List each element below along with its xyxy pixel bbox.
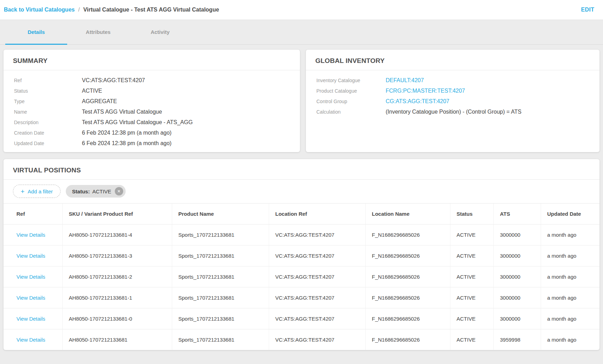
cards-row: SUMMARY Ref VC:ATS:AGG:TEST:4207 Status … xyxy=(3,50,600,152)
summary-field-name: Name Test ATS AGG Virtual Catalogue xyxy=(14,109,292,115)
global-inventory-title: GLOBAL INVENTORY xyxy=(306,50,600,70)
status-filter-chip[interactable]: Status: ACTIVE ✕ xyxy=(66,185,126,198)
cell-location-name: F_N1686296685026 xyxy=(365,266,450,287)
field-label: Inventory Catalogue xyxy=(316,78,386,83)
chip-value: ACTIVE xyxy=(92,188,111,194)
summary-fields: Ref VC:ATS:AGG:TEST:4207 Status ACTIVE T… xyxy=(3,70,300,147)
control-group-link[interactable]: CG:ATS:AGG:TEST:4207 xyxy=(386,98,449,105)
summary-field-status: Status ACTIVE xyxy=(14,88,292,94)
cell-ats: 3000000 xyxy=(493,245,541,266)
tab-attributes[interactable]: Attributes xyxy=(67,20,129,45)
cell-sku: AH8050-1707212133681-0 xyxy=(62,308,172,329)
column-header-status: Status xyxy=(450,204,493,224)
summary-card: SUMMARY Ref VC:ATS:AGG:TEST:4207 Status … xyxy=(3,50,300,152)
virtual-positions-table: Ref SKU / Variant Product Ref Product Na… xyxy=(3,204,600,350)
main-content: SUMMARY Ref VC:ATS:AGG:TEST:4207 Status … xyxy=(0,45,603,350)
view-details-link[interactable]: View Details xyxy=(16,316,45,322)
column-header-ref: Ref xyxy=(3,204,62,224)
cell-sku: AH8050-1707212133681-1 xyxy=(62,287,172,308)
column-header-sku: SKU / Variant Product Ref xyxy=(62,204,172,224)
breadcrumb-separator: / xyxy=(78,7,79,13)
field-label: Description xyxy=(14,120,82,125)
tab-details[interactable]: Details xyxy=(5,20,67,45)
table-row: View Details AH8050-1707212133681-2 Spor… xyxy=(3,266,600,287)
cell-updated-date: a month ago xyxy=(541,245,600,266)
tab-bar: Details Attributes Activity xyxy=(0,20,603,45)
view-details-link[interactable]: View Details xyxy=(16,337,45,343)
cell-product-name: Sports_1707212133681 xyxy=(172,245,269,266)
cell-ats: 3000000 xyxy=(493,287,541,308)
field-value: VC:ATS:AGG:TEST:4207 xyxy=(82,77,145,84)
top-bar: Back to Virtual Catalogues / Virtual Cat… xyxy=(0,0,603,20)
global-field-control-group: Control Group CG:ATS:AGG:TEST:4207 xyxy=(316,98,591,105)
cell-product-name: Sports_1707212133681 xyxy=(172,329,269,350)
cell-location-name: F_N1686296685026 xyxy=(365,329,450,350)
field-label: Status xyxy=(14,88,82,94)
summary-field-ref: Ref VC:ATS:AGG:TEST:4207 xyxy=(14,77,292,84)
table-row: View Details AH8050-1707212133681-1 Spor… xyxy=(3,287,600,308)
global-inventory-card: GLOBAL INVENTORY Inventory Catalogue DEF… xyxy=(306,50,600,152)
tab-activity[interactable]: Activity xyxy=(129,20,191,45)
cell-updated-date: a month ago xyxy=(541,266,600,287)
column-header-location-ref: Location Ref xyxy=(269,204,365,224)
summary-field-description: Description Test ATS AGG Virtual Catalog… xyxy=(14,119,292,126)
add-filter-button[interactable]: + Add a filter xyxy=(13,185,61,198)
view-details-link[interactable]: View Details xyxy=(16,253,45,259)
field-label: Name xyxy=(14,109,82,115)
field-label: Updated Date xyxy=(14,141,82,146)
virtual-positions-title: VIRTUAL POSITIONS xyxy=(3,159,600,179)
table-row: View Details AH8050-1707212133681-0 Spor… xyxy=(3,308,600,329)
cell-ats: 3000000 xyxy=(493,308,541,329)
cell-product-name: Sports_1707212133681 xyxy=(172,224,269,245)
plus-icon: + xyxy=(21,188,24,195)
cell-location-name: F_N1686296685026 xyxy=(365,224,450,245)
cell-status: ACTIVE xyxy=(450,308,493,329)
cell-updated-date: a month ago xyxy=(541,329,600,350)
table-row: View Details AH8050-1707212133681-4 Spor… xyxy=(3,224,600,245)
cell-sku: AH8050-1707212133681-3 xyxy=(62,245,172,266)
cell-product-name: Sports_1707212133681 xyxy=(172,266,269,287)
cell-updated-date: a month ago xyxy=(541,308,600,329)
field-label: Creation Date xyxy=(14,130,82,136)
cell-status: ACTIVE xyxy=(450,266,493,287)
field-label: Ref xyxy=(14,78,82,83)
cell-location-ref: VC:ATS:AGG:TEST:4207 xyxy=(269,308,365,329)
field-value: Test ATS AGG Virtual Catalogue - ATS_AGG xyxy=(82,119,193,126)
cell-location-ref: VC:ATS:AGG:TEST:4207 xyxy=(269,287,365,308)
inventory-catalogue-link[interactable]: DEFAULT:4207 xyxy=(386,77,424,84)
table-row: View Details AH8050-1707212133681 Sports… xyxy=(3,329,600,350)
back-to-virtual-catalogues-link[interactable]: Back to Virtual Catalogues xyxy=(4,7,75,13)
summary-field-type: Type AGGREGATE xyxy=(14,98,292,105)
summary-title: SUMMARY xyxy=(3,50,300,70)
global-inventory-fields: Inventory Catalogue DEFAULT:4207 Product… xyxy=(306,70,600,115)
field-label: Product Catalogue xyxy=(316,88,386,94)
summary-field-updated-date: Updated Date 6 Feb 2024 12:38 pm (a mont… xyxy=(14,140,292,147)
cell-updated-date: a month ago xyxy=(541,287,600,308)
cell-location-name: F_N1686296685026 xyxy=(365,245,450,266)
cell-ats: 3000000 xyxy=(493,266,541,287)
cell-status: ACTIVE xyxy=(450,245,493,266)
cell-product-name: Sports_1707212133681 xyxy=(172,308,269,329)
summary-field-creation-date: Creation Date 6 Feb 2024 12:38 pm (a mon… xyxy=(14,130,292,136)
column-header-ats: ATS xyxy=(493,204,541,224)
page-title: Virtual Catalogue - Test ATS AGG Virtual… xyxy=(83,7,219,13)
view-details-link[interactable]: View Details xyxy=(16,274,45,280)
view-details-link[interactable]: View Details xyxy=(16,295,45,301)
view-details-link[interactable]: View Details xyxy=(16,232,45,238)
product-catalogue-link[interactable]: FCRG:PC:MASTER:TEST:4207 xyxy=(386,88,465,94)
cell-product-name: Sports_1707212133681 xyxy=(172,287,269,308)
cell-status: ACTIVE xyxy=(450,329,493,350)
field-value: (Inventory Catalogue Position) - (Contro… xyxy=(386,109,521,115)
cell-location-ref: VC:ATS:AGG:TEST:4207 xyxy=(269,266,365,287)
cell-status: ACTIVE xyxy=(450,224,493,245)
global-field-inventory-catalogue: Inventory Catalogue DEFAULT:4207 xyxy=(316,77,591,84)
field-value: Test ATS AGG Virtual Catalogue xyxy=(82,109,162,115)
global-field-product-catalogue: Product Catalogue FCRG:PC:MASTER:TEST:42… xyxy=(316,88,591,94)
cell-location-name: F_N1686296685026 xyxy=(365,308,450,329)
cell-sku: AH8050-1707212133681-4 xyxy=(62,224,172,245)
edit-button[interactable]: EDIT xyxy=(581,7,594,13)
cell-location-ref: VC:ATS:AGG:TEST:4207 xyxy=(269,224,365,245)
field-label: Type xyxy=(14,99,82,104)
table-header-row: Ref SKU / Variant Product Ref Product Na… xyxy=(3,204,600,224)
close-icon[interactable]: ✕ xyxy=(115,187,123,195)
